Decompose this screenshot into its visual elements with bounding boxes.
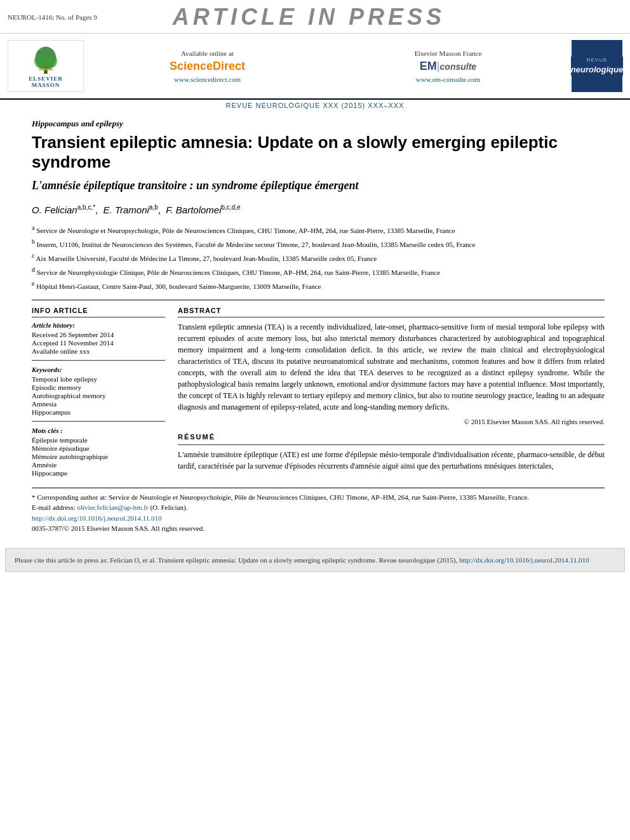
copyright-line: © 2015 Elsevier Masson SAS. All rights r… bbox=[178, 418, 605, 425]
abstract-title: ABSTRACT bbox=[178, 307, 605, 314]
history-label: Article history: bbox=[32, 321, 165, 329]
resume-text: L'amnésie transitoire épileptique (ATE) … bbox=[178, 449, 605, 472]
motcle-4: Amnésie bbox=[32, 461, 165, 469]
divider-1 bbox=[32, 300, 605, 300]
keyword-1: Temporal lobe epilepsy bbox=[32, 375, 165, 383]
corresponding-author: * Corresponding author at: Service de Ne… bbox=[32, 492, 605, 503]
info-divider-1 bbox=[32, 317, 165, 317]
rights-text: 0035-3787/© 2015 Elsevier Masson SAS. Al… bbox=[32, 524, 204, 532]
affiliation-e: e Hôpital Henri-Gastaut, Centre Saint-Pa… bbox=[32, 279, 605, 291]
elsevier-tree-icon bbox=[27, 44, 65, 76]
elsevier-brand: ELSEVIER MASSON bbox=[29, 76, 63, 88]
info-divider-3 bbox=[32, 421, 165, 422]
author-3-sup: b,c,d,e bbox=[222, 204, 241, 211]
em-consulte-url: www.em-consulte.com bbox=[416, 76, 480, 83]
resume-divider bbox=[178, 444, 605, 445]
citation-link[interactable]: http://dx.doi.org/10.1016/j.neurol.2014.… bbox=[459, 556, 589, 564]
svg-point-3 bbox=[46, 54, 57, 68]
email-address[interactable]: olivier.felician@ap-hm.fr bbox=[77, 503, 148, 511]
footnotes: * Corresponding author at: Service de Ne… bbox=[32, 488, 605, 534]
author-3: F. Bartolomei bbox=[166, 204, 221, 215]
sciencedirect-url: www.sciencedirect.com bbox=[174, 76, 241, 83]
sciencedirect-info: Available online at ScienceDirect www.sc… bbox=[90, 40, 325, 92]
author-2-sup: a,b bbox=[149, 204, 158, 211]
elsevier-logo-container: ELSEVIER MASSON bbox=[8, 40, 84, 92]
citation-bar: Please cite this article in press as: Fe… bbox=[5, 548, 625, 573]
article-id: NEUROL-1416; No. of Pages 9 bbox=[8, 13, 97, 21]
journal-subtitle: REVUE NEUROLOGIQUE XXX (2015) XXX–XXX bbox=[0, 100, 630, 111]
motcle-5: Hippocampe bbox=[32, 469, 165, 477]
authors-line: O. Feliciana,b,c,*, E. Tramonia,b, F. Ba… bbox=[32, 204, 605, 215]
revue-top-text: Revue bbox=[571, 57, 623, 63]
article-title: Transient epileptic amnesia: Update on a… bbox=[32, 133, 605, 172]
motcle-2: Mémoire épisodique bbox=[32, 444, 165, 452]
svg-point-2 bbox=[34, 54, 46, 68]
available-online: Available online xxx bbox=[32, 347, 165, 355]
received-date: Received 26 September 2014 bbox=[32, 331, 165, 338]
article-subtitle-fr: L'amnésie épileptique transitoire : un s… bbox=[32, 178, 605, 193]
email-suffix: (O. Felician). bbox=[150, 503, 187, 511]
citation-text: Please cite this article in press as: Fe… bbox=[15, 556, 457, 564]
motcle-3: Mémoire autobiographique bbox=[32, 453, 165, 460]
info-article-title: INFO ARTICLE bbox=[32, 307, 165, 314]
available-text: Available online at bbox=[181, 50, 234, 57]
two-column-section: INFO ARTICLE Article history: Received 2… bbox=[32, 307, 605, 477]
keyword-4: Amnesia bbox=[32, 400, 165, 408]
sciencedirect-label: ScienceDirect bbox=[170, 60, 245, 73]
article-in-press-label: ARTICLE IN PRESS bbox=[173, 4, 445, 30]
abstract-text: Transient epileptic amnesia (TEA) is a r… bbox=[178, 321, 605, 413]
journal-header: ELSEVIER MASSON Available online at Scie… bbox=[0, 34, 630, 100]
email-line: E-mail address: olivier.felician@ap-hm.f… bbox=[32, 502, 605, 513]
em-consulte-label: EM|consulte bbox=[420, 60, 476, 73]
affiliation-a: a Service de Neurologie et Neuropsycholo… bbox=[32, 223, 605, 236]
email-label: E-mail address: bbox=[32, 503, 76, 511]
info-divider-2 bbox=[32, 360, 165, 361]
rights-line: 0035-3787/© 2015 Elsevier Masson SAS. Al… bbox=[32, 523, 605, 534]
abstract-column: ABSTRACT Transient epileptic amnesia (TE… bbox=[178, 307, 605, 477]
keyword-3: Autobiographical memory bbox=[32, 392, 165, 399]
doi-link[interactable]: http://dx.doi.org/10.1016/j.neurol.2014.… bbox=[32, 514, 161, 522]
section-label: Hippocampus and epilepsy bbox=[32, 119, 605, 129]
revue-neurologique-logo: Revue neurologique bbox=[572, 40, 622, 92]
top-bar: NEUROL-1416; No. of Pages 9 ARTICLE IN P… bbox=[0, 0, 630, 34]
main-content: Hippocampus and epilepsy Transient epile… bbox=[0, 111, 630, 542]
elsevier-masson-text: Elsevier Masson France bbox=[415, 50, 482, 57]
author-2: E. Tramoni bbox=[104, 204, 149, 215]
mots-cles-label: Mots clés : bbox=[32, 427, 165, 434]
accepted-date: Accepted 11 November 2014 bbox=[32, 339, 165, 347]
revue-neuro-text: neurologique bbox=[571, 64, 623, 76]
affiliation-b: b Inserm, U1106, Institut de Neuroscienc… bbox=[32, 237, 605, 250]
abstract-divider bbox=[178, 317, 605, 317]
author-1-sup: a,b,c,* bbox=[77, 204, 95, 211]
keyword-2: Episodic memory bbox=[32, 383, 165, 391]
affiliation-d: d Service de Neurophysiologie Clinique, … bbox=[32, 265, 605, 277]
resume-title: RÉSUMÉ bbox=[178, 433, 605, 441]
svg-rect-4 bbox=[39, 68, 53, 70]
doi-line: http://dx.doi.org/10.1016/j.neurol.2014.… bbox=[32, 513, 605, 524]
corresponding-text: * Corresponding author at: Service de Ne… bbox=[32, 493, 529, 501]
keywords-label: Keywords: bbox=[32, 366, 165, 373]
affiliation-c: c Aix Marseille Université, Faculté de M… bbox=[32, 251, 605, 263]
info-article-column: INFO ARTICLE Article history: Received 2… bbox=[32, 307, 165, 477]
author-1: O. Felician bbox=[32, 204, 77, 215]
affiliations: a Service de Neurologie et Neuropsycholo… bbox=[32, 223, 605, 292]
em-consulte-info: Elsevier Masson France EM|consulte www.e… bbox=[331, 40, 565, 92]
motcle-1: Épilepsie temporale bbox=[32, 436, 165, 444]
keyword-5: Hippocampus bbox=[32, 408, 165, 416]
